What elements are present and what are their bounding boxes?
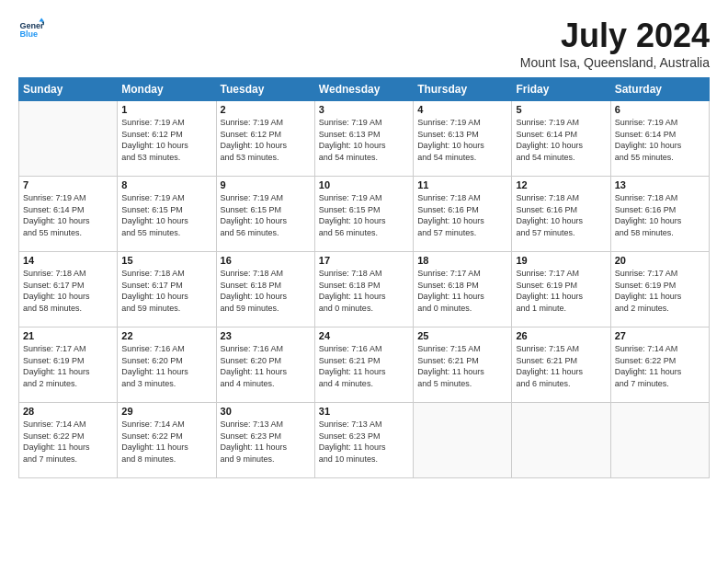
calendar-cell xyxy=(610,403,709,478)
title-block: July 2024 Mount Isa, Queensland, Austral… xyxy=(520,17,710,70)
header-thursday: Thursday xyxy=(414,78,512,101)
day-number: 29 xyxy=(121,406,211,417)
calendar-cell: 28Sunrise: 7:14 AM Sunset: 6:22 PM Dayli… xyxy=(19,403,118,478)
month-title: July 2024 xyxy=(520,17,710,55)
header-friday: Friday xyxy=(512,78,610,101)
svg-text:Blue: Blue xyxy=(19,29,38,39)
day-number: 22 xyxy=(121,330,211,341)
calendar-cell: 9Sunrise: 7:19 AM Sunset: 6:15 PM Daylig… xyxy=(216,177,314,252)
day-info: Sunrise: 7:17 AM Sunset: 6:19 PM Dayligh… xyxy=(23,343,113,389)
calendar-cell: 18Sunrise: 7:17 AM Sunset: 6:18 PM Dayli… xyxy=(414,252,512,327)
day-info: Sunrise: 7:18 AM Sunset: 6:17 PM Dayligh… xyxy=(23,268,113,314)
header-monday: Monday xyxy=(118,78,216,101)
header-saturday: Saturday xyxy=(610,78,709,101)
day-info: Sunrise: 7:16 AM Sunset: 6:20 PM Dayligh… xyxy=(121,343,211,389)
day-number: 26 xyxy=(516,330,606,341)
day-info: Sunrise: 7:18 AM Sunset: 6:18 PM Dayligh… xyxy=(319,268,409,314)
calendar-cell: 25Sunrise: 7:15 AM Sunset: 6:21 PM Dayli… xyxy=(414,327,512,403)
calendar-cell xyxy=(19,101,118,177)
day-number: 19 xyxy=(516,255,606,266)
location: Mount Isa, Queensland, Australia xyxy=(520,55,710,70)
day-number: 14 xyxy=(23,255,113,266)
day-number: 5 xyxy=(516,104,606,115)
calendar-cell: 20Sunrise: 7:17 AM Sunset: 6:19 PM Dayli… xyxy=(610,252,709,327)
day-number: 9 xyxy=(221,179,311,190)
calendar-cell: 29Sunrise: 7:14 AM Sunset: 6:22 PM Dayli… xyxy=(118,403,216,478)
day-info: Sunrise: 7:17 AM Sunset: 6:19 PM Dayligh… xyxy=(615,268,705,314)
calendar-cell: 11Sunrise: 7:18 AM Sunset: 6:16 PM Dayli… xyxy=(414,177,512,252)
day-info: Sunrise: 7:19 AM Sunset: 6:14 PM Dayligh… xyxy=(23,192,113,238)
day-number: 31 xyxy=(319,406,409,417)
day-info: Sunrise: 7:19 AM Sunset: 6:15 PM Dayligh… xyxy=(221,192,311,238)
calendar-cell: 24Sunrise: 7:16 AM Sunset: 6:21 PM Dayli… xyxy=(314,327,413,403)
calendar-cell: 8Sunrise: 7:19 AM Sunset: 6:15 PM Daylig… xyxy=(118,177,216,252)
calendar-cell: 27Sunrise: 7:14 AM Sunset: 6:22 PM Dayli… xyxy=(610,327,709,403)
week-row-3: 14Sunrise: 7:18 AM Sunset: 6:17 PM Dayli… xyxy=(19,252,710,327)
header-row: SundayMondayTuesdayWednesdayThursdayFrid… xyxy=(19,78,710,101)
day-info: Sunrise: 7:13 AM Sunset: 6:23 PM Dayligh… xyxy=(319,419,409,465)
calendar-cell: 6Sunrise: 7:19 AM Sunset: 6:14 PM Daylig… xyxy=(610,101,709,177)
header-wednesday: Wednesday xyxy=(314,78,413,101)
day-info: Sunrise: 7:19 AM Sunset: 6:12 PM Dayligh… xyxy=(221,117,311,163)
calendar-cell: 17Sunrise: 7:18 AM Sunset: 6:18 PM Dayli… xyxy=(314,252,413,327)
day-number: 27 xyxy=(615,330,705,341)
calendar-cell: 1Sunrise: 7:19 AM Sunset: 6:12 PM Daylig… xyxy=(118,101,216,177)
day-number: 8 xyxy=(121,179,211,190)
day-info: Sunrise: 7:14 AM Sunset: 6:22 PM Dayligh… xyxy=(615,343,705,389)
week-row-2: 7Sunrise: 7:19 AM Sunset: 6:14 PM Daylig… xyxy=(19,177,710,252)
calendar-cell xyxy=(414,403,512,478)
header-sunday: Sunday xyxy=(19,78,118,101)
day-info: Sunrise: 7:19 AM Sunset: 6:14 PM Dayligh… xyxy=(516,117,606,163)
svg-text:General: General xyxy=(19,21,44,30)
day-info: Sunrise: 7:16 AM Sunset: 6:20 PM Dayligh… xyxy=(221,343,311,389)
day-number: 28 xyxy=(23,406,113,417)
day-number: 25 xyxy=(417,330,507,341)
day-info: Sunrise: 7:19 AM Sunset: 6:15 PM Dayligh… xyxy=(319,192,409,238)
calendar-cell: 13Sunrise: 7:18 AM Sunset: 6:16 PM Dayli… xyxy=(610,177,709,252)
day-info: Sunrise: 7:18 AM Sunset: 6:16 PM Dayligh… xyxy=(516,192,606,238)
calendar-cell: 14Sunrise: 7:18 AM Sunset: 6:17 PM Dayli… xyxy=(19,252,118,327)
day-number: 18 xyxy=(417,255,507,266)
day-info: Sunrise: 7:16 AM Sunset: 6:21 PM Dayligh… xyxy=(319,343,409,389)
day-info: Sunrise: 7:19 AM Sunset: 6:12 PM Dayligh… xyxy=(121,117,211,163)
day-number: 4 xyxy=(417,104,507,115)
day-info: Sunrise: 7:18 AM Sunset: 6:16 PM Dayligh… xyxy=(615,192,705,238)
day-number: 10 xyxy=(319,179,409,190)
day-info: Sunrise: 7:18 AM Sunset: 6:16 PM Dayligh… xyxy=(417,192,507,238)
calendar-cell xyxy=(512,403,610,478)
calendar-cell: 12Sunrise: 7:18 AM Sunset: 6:16 PM Dayli… xyxy=(512,177,610,252)
day-number: 1 xyxy=(121,104,211,115)
day-number: 30 xyxy=(221,406,311,417)
day-number: 12 xyxy=(516,179,606,190)
day-info: Sunrise: 7:19 AM Sunset: 6:15 PM Dayligh… xyxy=(121,192,211,238)
day-info: Sunrise: 7:17 AM Sunset: 6:19 PM Dayligh… xyxy=(516,268,606,314)
day-info: Sunrise: 7:15 AM Sunset: 6:21 PM Dayligh… xyxy=(417,343,507,389)
calendar-cell: 15Sunrise: 7:18 AM Sunset: 6:17 PM Dayli… xyxy=(118,252,216,327)
day-info: Sunrise: 7:19 AM Sunset: 6:13 PM Dayligh… xyxy=(417,117,507,163)
day-info: Sunrise: 7:19 AM Sunset: 6:13 PM Dayligh… xyxy=(319,117,409,163)
day-number: 7 xyxy=(23,179,113,190)
calendar-table: SundayMondayTuesdayWednesdayThursdayFrid… xyxy=(18,77,710,478)
calendar-cell: 19Sunrise: 7:17 AM Sunset: 6:19 PM Dayli… xyxy=(512,252,610,327)
day-number: 3 xyxy=(319,104,409,115)
calendar-cell: 21Sunrise: 7:17 AM Sunset: 6:19 PM Dayli… xyxy=(19,327,118,403)
calendar-cell: 2Sunrise: 7:19 AM Sunset: 6:12 PM Daylig… xyxy=(216,101,314,177)
day-number: 6 xyxy=(615,104,705,115)
day-info: Sunrise: 7:18 AM Sunset: 6:18 PM Dayligh… xyxy=(221,268,311,314)
day-number: 21 xyxy=(23,330,113,341)
day-info: Sunrise: 7:14 AM Sunset: 6:22 PM Dayligh… xyxy=(121,419,211,465)
logo-icon: General Blue xyxy=(18,17,44,42)
svg-marker-2 xyxy=(39,17,44,21)
logo: General Blue xyxy=(18,17,46,42)
day-info: Sunrise: 7:17 AM Sunset: 6:18 PM Dayligh… xyxy=(417,268,507,314)
day-info: Sunrise: 7:15 AM Sunset: 6:21 PM Dayligh… xyxy=(516,343,606,389)
calendar-cell: 22Sunrise: 7:16 AM Sunset: 6:20 PM Dayli… xyxy=(118,327,216,403)
page-header: General Blue July 2024 Mount Isa, Queens… xyxy=(18,17,710,70)
day-number: 13 xyxy=(615,179,705,190)
day-number: 15 xyxy=(121,255,211,266)
calendar-cell: 10Sunrise: 7:19 AM Sunset: 6:15 PM Dayli… xyxy=(314,177,413,252)
day-number: 23 xyxy=(221,330,311,341)
calendar-cell: 23Sunrise: 7:16 AM Sunset: 6:20 PM Dayli… xyxy=(216,327,314,403)
calendar-cell: 5Sunrise: 7:19 AM Sunset: 6:14 PM Daylig… xyxy=(512,101,610,177)
week-row-4: 21Sunrise: 7:17 AM Sunset: 6:19 PM Dayli… xyxy=(19,327,710,403)
